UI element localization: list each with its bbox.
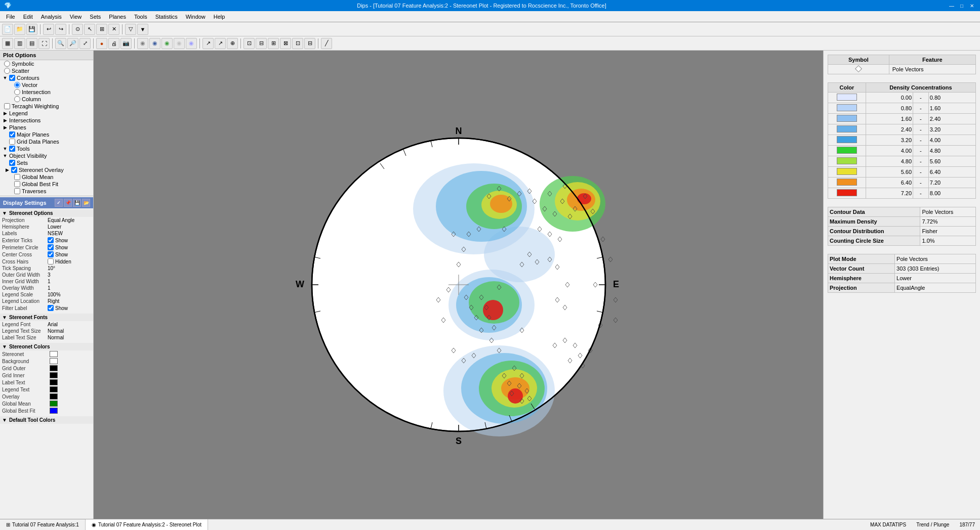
redo-button[interactable]: ↪	[55, 24, 66, 35]
ds-save-btn[interactable]: 💾	[73, 199, 81, 207]
contours-expand[interactable]: ▼	[2, 75, 8, 81]
intersections-item[interactable]: ▶ Intersections	[0, 117, 93, 124]
stereonet-color-swatch[interactable]	[50, 351, 58, 357]
stereonet-plot[interactable]: N S E W	[281, 108, 636, 462]
tool2-icon[interactable]: ⊟	[256, 38, 267, 49]
traverses-item[interactable]: Traverses	[0, 188, 93, 195]
filter-icon[interactable]: ▽	[125, 24, 136, 35]
grid-outer-color-swatch[interactable]	[50, 365, 58, 371]
column-radio[interactable]: Column	[0, 96, 93, 103]
menu-sets[interactable]: Sets	[86, 13, 105, 21]
print-icon[interactable]: 🖨	[108, 38, 119, 49]
sphere3-icon[interactable]: ◉	[161, 38, 173, 49]
planes-item[interactable]: ▶ Planes	[0, 124, 93, 131]
select-icon[interactable]: ↖	[84, 24, 95, 35]
ds-pin-btn[interactable]: 📌	[64, 199, 72, 207]
perimeter-circle-checkbox[interactable]	[48, 244, 54, 250]
legend-item[interactable]: ▶ Legend	[0, 110, 93, 117]
traverses-checkbox[interactable]	[14, 188, 20, 194]
symbolic-radio[interactable]: Symbolic	[0, 60, 93, 67]
tool4-icon[interactable]: ⊠	[280, 38, 291, 49]
major-planes-item[interactable]: Major Planes	[0, 131, 93, 138]
vector-radio-input[interactable]	[14, 82, 20, 88]
sphere4-icon[interactable]: ◉	[174, 38, 185, 49]
fullscreen-icon[interactable]: ⛶	[38, 38, 50, 49]
zoom-fit-icon[interactable]: ⤢	[79, 38, 91, 49]
global-best-fit-color-swatch[interactable]	[50, 408, 58, 414]
plot-icon[interactable]: ⊙	[72, 24, 83, 35]
menu-file[interactable]: File	[2, 13, 19, 21]
contours-item[interactable]: ▼ Contours	[0, 74, 93, 81]
tools-item[interactable]: ▼ Tools	[0, 145, 93, 152]
planes-expand[interactable]: ▶	[2, 124, 8, 130]
menu-statistics[interactable]: Statistics	[151, 13, 182, 21]
cross-hairs-checkbox[interactable]	[48, 258, 54, 264]
sets-checkbox[interactable]	[9, 160, 15, 166]
add-col-icon[interactable]: ⊞	[96, 24, 107, 35]
filter-label-checkbox[interactable]	[48, 305, 54, 311]
default-tool-colors-header[interactable]: ▼ Default Tool Colors	[0, 416, 93, 424]
intersection-radio-input[interactable]	[14, 89, 20, 95]
symbolic-radio-input[interactable]	[4, 61, 10, 67]
global-mean-color-swatch[interactable]	[50, 401, 58, 407]
contours-checkbox[interactable]	[9, 75, 15, 81]
exterior-ticks-checkbox[interactable]	[48, 237, 54, 243]
zoom-out-icon[interactable]: 🔎	[67, 38, 78, 49]
open-button[interactable]: 📁	[14, 24, 25, 35]
menu-analysis[interactable]: Analysis	[37, 13, 66, 21]
view2-icon[interactable]: ▥	[14, 38, 25, 49]
grid-data-planes-item[interactable]: Grid Data Planes	[0, 138, 93, 145]
view1-icon[interactable]: ▦	[2, 38, 13, 49]
stereonet-overlay-checkbox[interactable]	[11, 167, 17, 173]
minimize-button[interactable]: —	[948, 2, 956, 9]
view3-icon[interactable]: ▤	[26, 38, 37, 49]
line-tool-icon[interactable]: ╱	[321, 38, 332, 49]
tool6-icon[interactable]: ⊟	[304, 38, 315, 49]
tools-expand[interactable]: ▼	[2, 146, 8, 152]
grid-inner-color-swatch[interactable]	[50, 372, 58, 378]
sphere1-icon[interactable]: ◉	[137, 38, 148, 49]
center-cross-checkbox[interactable]	[48, 251, 54, 257]
obj-vis-expand[interactable]: ▼	[2, 153, 8, 159]
global-mean-checkbox[interactable]	[14, 174, 20, 180]
menu-help[interactable]: Help	[210, 13, 229, 21]
scatter-radio-input[interactable]	[4, 68, 10, 74]
terzaghi-item[interactable]: Terzaghi Weighting	[0, 103, 93, 110]
filter2-icon[interactable]: ▼	[137, 24, 148, 35]
delete-icon[interactable]: ✕	[108, 24, 119, 35]
grid-data-planes-checkbox[interactable]	[9, 139, 15, 145]
scatter-radio[interactable]: Scatter	[0, 67, 93, 74]
export2-icon[interactable]: ↗	[215, 38, 226, 49]
stereonet-options-header[interactable]: ▼ Stereonet Options	[0, 209, 93, 217]
major-planes-checkbox[interactable]	[9, 131, 15, 138]
global-best-fit-checkbox[interactable]	[14, 181, 20, 187]
close-button[interactable]: ✕	[968, 2, 976, 9]
global-mean-item[interactable]: Global Mean	[0, 173, 93, 181]
terzaghi-checkbox[interactable]	[4, 103, 10, 109]
tool1-icon[interactable]: ⊡	[243, 38, 255, 49]
tool5-icon[interactable]: ⊡	[292, 38, 303, 49]
new-button[interactable]: 📄	[2, 24, 13, 35]
legend-expand[interactable]: ▶	[2, 110, 8, 116]
sphere2-icon[interactable]: ◉	[149, 38, 160, 49]
column-radio-input[interactable]	[14, 96, 20, 102]
object-visibility-item[interactable]: ▼ Object Visibility	[0, 152, 93, 159]
menu-edit[interactable]: Edit	[19, 13, 37, 21]
menu-planes[interactable]: Planes	[105, 13, 130, 21]
stereonet-fonts-header[interactable]: ▼ Stereonet Fonts	[0, 314, 93, 321]
stereonet-overlay-expand[interactable]: ▶	[4, 167, 10, 173]
label-text-color-swatch[interactable]	[50, 379, 58, 385]
layers-icon[interactable]: ⊕	[227, 38, 238, 49]
undo-button[interactable]: ↩	[43, 24, 54, 35]
ds-load-btn[interactable]: 📂	[82, 199, 90, 207]
maximize-button[interactable]: □	[958, 2, 966, 9]
ds-check-btn[interactable]: ✓	[55, 199, 63, 207]
tool3-icon[interactable]: ⊞	[268, 38, 279, 49]
status-tab-1[interactable]: ⊞ Tutorial 07 Feature Analysis:1	[0, 519, 86, 530]
color-wheel-icon[interactable]: ●	[96, 38, 107, 49]
background-color-swatch[interactable]	[50, 358, 58, 364]
export1-icon[interactable]: ↗	[202, 38, 214, 49]
camera-icon[interactable]: 📷	[120, 38, 132, 49]
stereonet-colors-header[interactable]: ▼ Stereonet Colors	[0, 343, 93, 350]
intersection-radio[interactable]: Intersection	[0, 89, 93, 96]
